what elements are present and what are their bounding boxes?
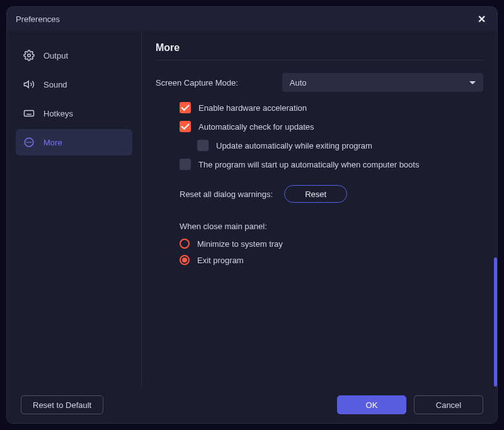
auto-update-row: Automatically check for updates bbox=[156, 121, 483, 132]
keyboard-icon bbox=[23, 108, 35, 119]
page-title: More bbox=[156, 42, 483, 60]
screen-capture-label: Screen Capture Mode: bbox=[156, 78, 238, 88]
preferences-window: Preferences ✕ Output Sound bbox=[6, 6, 498, 424]
exit-radio[interactable] bbox=[180, 255, 190, 265]
sidebar-item-label: Output bbox=[43, 51, 68, 60]
scrollbar[interactable] bbox=[494, 257, 497, 387]
close-button[interactable]: ✕ bbox=[474, 12, 488, 26]
update-on-exit-label: Update automatically while exiting progr… bbox=[216, 141, 372, 150]
reset-default-button[interactable]: Reset to Default bbox=[21, 395, 103, 414]
exit-radio-row: Exit program bbox=[156, 255, 483, 265]
window-title: Preferences bbox=[16, 14, 60, 24]
sidebar: Output Sound Hotkeys More bbox=[7, 31, 142, 387]
chevron-down-icon bbox=[469, 81, 476, 84]
sidebar-item-output[interactable]: Output bbox=[16, 42, 132, 69]
sound-icon bbox=[23, 79, 35, 90]
sidebar-item-label: Hotkeys bbox=[43, 109, 73, 118]
minimize-label: Minimize to system tray bbox=[197, 239, 283, 249]
body: Output Sound Hotkeys More bbox=[7, 31, 497, 387]
content: More Screen Capture Mode: Auto Enable ha… bbox=[142, 31, 497, 387]
sidebar-item-label: More bbox=[43, 138, 62, 147]
hw-accel-label: Enable hardware acceleration bbox=[198, 103, 307, 113]
sidebar-item-sound[interactable]: Sound bbox=[16, 71, 132, 98]
svg-marker-1 bbox=[25, 81, 29, 88]
sidebar-item-label: Sound bbox=[43, 80, 67, 89]
sidebar-item-more[interactable]: More bbox=[16, 129, 132, 156]
auto-update-label: Automatically check for updates bbox=[198, 122, 314, 132]
footer: Reset to Default OK Cancel bbox=[7, 387, 497, 423]
minimize-radio-row: Minimize to system tray bbox=[156, 239, 483, 249]
more-icon bbox=[23, 137, 35, 148]
sidebar-item-hotkeys[interactable]: Hotkeys bbox=[16, 100, 132, 127]
auto-update-checkbox[interactable] bbox=[180, 121, 191, 132]
svg-rect-2 bbox=[25, 111, 34, 116]
close-panel-label: When close main panel: bbox=[156, 222, 483, 231]
reset-label: Reset all dialog warnings: bbox=[180, 190, 273, 199]
hw-accel-row: Enable hardware acceleration bbox=[156, 102, 483, 113]
cancel-button[interactable]: Cancel bbox=[414, 395, 483, 414]
close-icon: ✕ bbox=[478, 13, 486, 25]
screen-capture-row: Screen Capture Mode: Auto bbox=[156, 73, 483, 92]
update-on-exit-row: Update automatically while exiting progr… bbox=[156, 140, 483, 151]
ok-button[interactable]: OK bbox=[337, 395, 406, 414]
startup-checkbox[interactable] bbox=[180, 159, 191, 170]
svg-point-11 bbox=[31, 142, 32, 143]
footer-right: OK Cancel bbox=[337, 395, 483, 414]
dropdown-value: Auto bbox=[290, 78, 307, 88]
titlebar: Preferences ✕ bbox=[7, 7, 497, 31]
svg-point-10 bbox=[29, 142, 30, 143]
footer-left: Reset to Default bbox=[21, 395, 103, 414]
minimize-radio[interactable] bbox=[180, 239, 190, 249]
update-on-exit-checkbox[interactable] bbox=[197, 140, 209, 151]
reset-row: Reset all dialog warnings: Reset bbox=[156, 185, 483, 203]
screen-capture-dropdown[interactable]: Auto bbox=[282, 73, 483, 92]
startup-row: The program will start up automatically … bbox=[156, 159, 483, 170]
reset-button[interactable]: Reset bbox=[284, 185, 347, 203]
startup-label: The program will start up automatically … bbox=[198, 160, 419, 169]
hw-accel-checkbox[interactable] bbox=[180, 102, 191, 113]
exit-label: Exit program bbox=[197, 256, 244, 265]
svg-point-9 bbox=[27, 142, 28, 143]
svg-point-0 bbox=[28, 54, 31, 57]
gear-icon bbox=[23, 50, 35, 61]
